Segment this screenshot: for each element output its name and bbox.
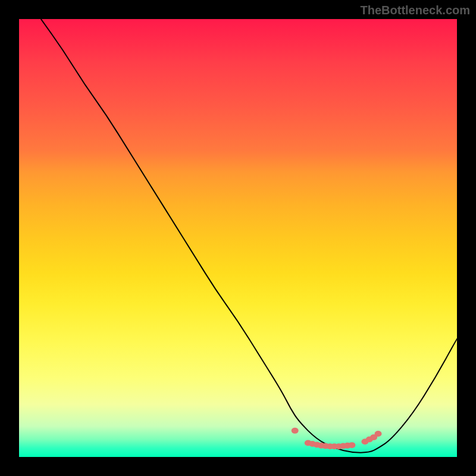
- chart-svg: [19, 19, 457, 457]
- marker-dots: [292, 428, 382, 449]
- svg-point-15: [375, 431, 382, 437]
- watermark-text: TheBottleneck.com: [361, 4, 470, 17]
- svg-point-11: [348, 442, 355, 448]
- curve-line: [41, 19, 457, 453]
- chart-plot-area: [19, 19, 457, 457]
- svg-point-0: [292, 428, 299, 434]
